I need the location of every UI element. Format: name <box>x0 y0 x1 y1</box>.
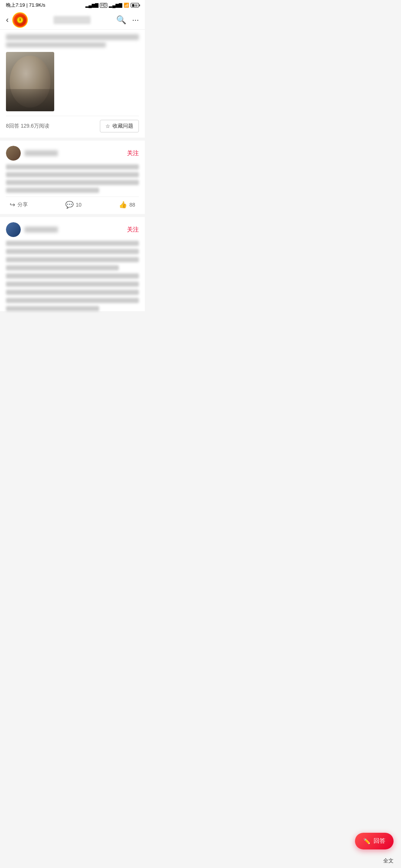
status-icons: ▂▄▆▇ HD ▂▄▆▇ 📶 22 <box>85 3 139 8</box>
search-button[interactable]: 🔍 <box>116 15 126 25</box>
answer-header-1: 关注 <box>6 146 139 161</box>
back-button[interactable]: ‹ <box>6 15 9 25</box>
follow-button-2[interactable]: 关注 <box>127 226 139 234</box>
question-title-line2 <box>6 42 106 47</box>
share-button-1[interactable]: ↪ 分享 <box>10 201 28 209</box>
status-time-speed: 晚上7:19 | 71.9K/s <box>6 2 45 9</box>
question-meta: 8回答 129.6万阅读 ☆ 收藏问题 <box>6 116 139 138</box>
share-label: 分享 <box>17 201 28 208</box>
answer-section-2: 关注 <box>0 217 145 311</box>
question-stats: 8回答 129.6万阅读 <box>6 123 49 129</box>
collect-question-button[interactable]: ☆ 收藏问题 <box>100 120 139 132</box>
answer-text-2 <box>6 241 139 311</box>
user-avatar-2 <box>6 222 21 237</box>
follow-button-1[interactable]: 关注 <box>127 149 139 157</box>
user-avatar-1 <box>6 146 21 161</box>
status-speed: 71.9K/s <box>29 2 45 8</box>
nav-left: ‹ ¥ <box>6 12 28 28</box>
answer-section-1: 关注 ↪ 分享 💬 10 👍 88 <box>0 141 145 217</box>
comment-count-1: 10 <box>76 202 82 208</box>
like-count-1: 88 <box>129 202 135 208</box>
like-button-1[interactable]: 👍 88 <box>119 201 135 209</box>
nav-bar: ‹ ¥ 🔍 ··· <box>0 10 145 30</box>
question-title-line1 <box>6 34 139 40</box>
answer-text-1 <box>6 164 139 193</box>
logo-coin: ¥ <box>17 17 23 23</box>
answer-header-2: 关注 <box>6 222 139 237</box>
wifi-icon: 📶 <box>124 3 129 8</box>
battery-icon: 22 <box>131 3 139 7</box>
question-image <box>6 52 54 111</box>
battery-level: 22 <box>134 4 138 7</box>
like-icon: 👍 <box>119 201 127 209</box>
answer-user-2 <box>6 222 58 237</box>
share-icon: ↪ <box>10 201 15 209</box>
star-icon: ☆ <box>105 123 110 129</box>
question-section: 8回答 129.6万阅读 ☆ 收藏问题 <box>0 30 145 141</box>
answer-user-1 <box>6 146 58 161</box>
signal-icon-2: ▂▄▆▇ <box>109 3 122 8</box>
status-bar: 晚上7:19 | 71.9K/s ▂▄▆▇ HD ▂▄▆▇ 📶 22 <box>0 0 145 10</box>
nav-right: 🔍 ··· <box>116 15 139 25</box>
more-button[interactable]: ··· <box>132 15 139 25</box>
signal-icon: ▂▄▆▇ <box>85 3 99 8</box>
collect-label: 收藏问题 <box>113 123 133 129</box>
user-name-1 <box>25 150 58 156</box>
app-logo: ¥ <box>12 12 28 28</box>
answer-actions-1: ↪ 分享 💬 10 👍 88 <box>6 197 139 214</box>
comment-button-1[interactable]: 💬 10 <box>65 201 82 209</box>
user-name-2 <box>25 227 58 233</box>
comment-icon: 💬 <box>65 201 74 209</box>
nav-title-area <box>28 16 116 24</box>
nav-title-blur <box>53 16 91 24</box>
status-time: 晚上7:19 <box>6 2 25 8</box>
hd-icon: HD <box>100 3 107 8</box>
